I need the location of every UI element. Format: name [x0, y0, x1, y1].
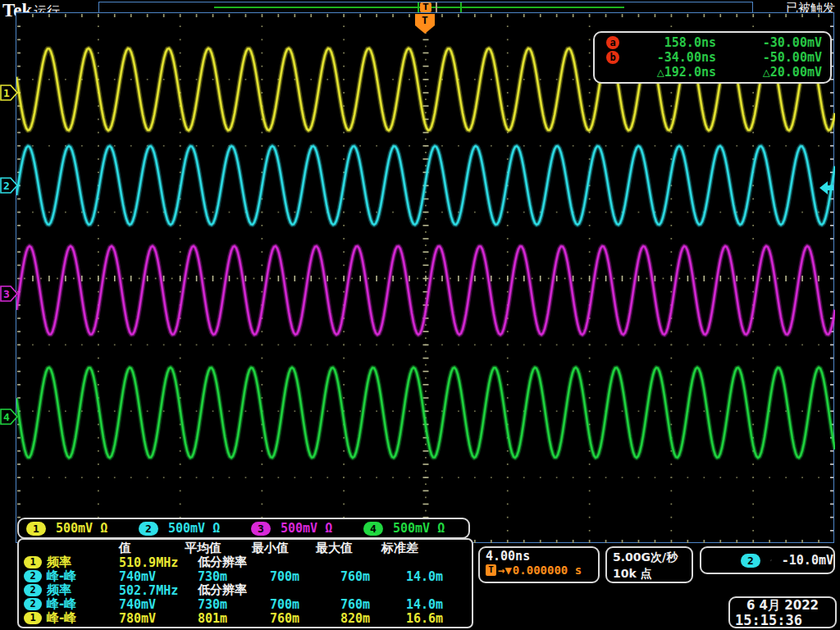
cursor-b-row: b -34.00ns -50.00mV [606, 50, 822, 65]
trigger-position-arrows-icon: →▼ [498, 564, 512, 577]
measurement-max: 820m [340, 611, 406, 626]
channel-1-scale-button[interactable]: 1500mV Ω [19, 521, 131, 536]
measurement-label: 1峰-峰 [19, 610, 119, 626]
measurement-value: 780mV [119, 611, 198, 626]
cursor-b-voltage: -50.00mV [716, 50, 822, 65]
measurement-table: 值平均值最小值最大值标准差1频率510.9MHz低分辨率2峰-峰740mV730… [17, 538, 473, 628]
trigger-position-value: 0.000000 s [513, 564, 582, 577]
svg-text:T: T [422, 14, 428, 26]
timebase-panel[interactable]: 4.00ns T →▼ 0.000000 s [478, 546, 600, 583]
left-arrow-icon [819, 181, 834, 194]
cursor-b-badge: b [606, 51, 619, 64]
channel-3-badge: 3 [251, 522, 271, 536]
cursor-a-time: 158.0ns [619, 35, 716, 50]
date-value: 6 4月 2022 [735, 598, 830, 613]
measurement-std: 14.0m [406, 569, 472, 584]
record-length-line [214, 7, 624, 8]
channel-1-badge: 1 [26, 522, 46, 536]
trigger-t-badge: T [486, 564, 496, 576]
measurement-min: 700m [270, 569, 340, 584]
overview-trigger-icon[interactable]: T [420, 2, 431, 12]
trace-CH3-glow [16, 246, 835, 335]
measurement-header: 标准差 [381, 541, 472, 556]
cursor-delta-row: △192.0ns △20.00mV [606, 65, 822, 80]
trigger-position-marker[interactable]: T [414, 13, 436, 34]
channel-4-scale-button[interactable]: 4500mV Ω [356, 521, 468, 536]
channel-4-badge: 4 [363, 522, 383, 536]
measurement-row: 2峰-峰740mV730m700m760m14.0m [19, 596, 472, 610]
measurement-mean: 801m [198, 611, 270, 626]
channel-1-badge: 1 [24, 612, 42, 624]
measurement-std: 16.6m [406, 611, 472, 626]
overview-marker-line [460, 2, 462, 12]
channel-1-scale-value: 500mV Ω [56, 521, 107, 536]
measurement-max: 760m [340, 569, 406, 584]
channel-3-scale-value: 500mV Ω [281, 521, 332, 536]
channel-2-badge: 2 [139, 522, 158, 536]
datetime-panel: 6 4月 2022 15:15:36 [728, 596, 837, 628]
channel-2-badge: 2 [24, 584, 42, 596]
sample-rate-value: 5.00G次/秒 [613, 549, 686, 565]
channel-2-scale-button[interactable]: 2500mV Ω [131, 521, 244, 536]
waveform-display-area [16, 12, 834, 543]
channel-2-badge: 2 [24, 570, 42, 582]
measurement-mean: 低分辨率 [198, 582, 270, 598]
cursor-a-badge: a [606, 36, 619, 49]
svg-text:2: 2 [3, 180, 10, 192]
oscilloscope-screen: Tek 运行 T 已被触发 T 1 2 3 4 a 158.0ns -30.0 [0, 0, 840, 630]
channel-4-scale-value: 500mV Ω [393, 521, 445, 536]
cursor-a-voltage: -30.00mV [716, 35, 822, 50]
measurement-value: 502.7MHz [119, 583, 198, 598]
cursor-delta-voltage: △20.00mV [716, 65, 822, 80]
channel-2-scale-value: 500mV Ω [168, 521, 220, 536]
measurement-min: 760m [270, 611, 340, 626]
measurement-row: 2频率502.7MHz低分辨率 [19, 582, 472, 596]
rising-edge-icon [770, 553, 772, 568]
measurement-row: 1峰-峰780mV801m760m820m16.6m [19, 610, 472, 624]
measurement-std: 14.0m [406, 597, 472, 612]
time-value: 15:15:36 [735, 613, 830, 628]
channel-scale-bar: 1500mV Ω2500mV Ω3500mV Ω4500mV Ω [17, 518, 470, 539]
measurement-mean: 730m [198, 597, 270, 612]
measurement-header-row: 值平均值最小值最大值标准差 [19, 541, 472, 555]
measurement-name: 峰-峰 [47, 610, 76, 626]
acquisition-panel[interactable]: 5.00G次/秒 10k 点 [605, 546, 693, 583]
record-length-value: 10k 点 [613, 565, 686, 582]
cursor-a-row: a 158.0ns -30.00mV [606, 35, 822, 50]
overview-window-bracket [436, 2, 437, 12]
svg-text:1: 1 [3, 87, 10, 99]
measurement-row: 1频率510.9MHz低分辨率 [19, 555, 472, 568]
measurement-mean: 低分辨率 [198, 555, 270, 570]
trigger-panel[interactable]: 2 -10.0mV [700, 546, 835, 574]
channel-3-marker[interactable]: 3 [0, 285, 18, 302]
cursor-b-time: -34.00ns [619, 50, 716, 65]
trigger-flag-icon: T [414, 13, 436, 34]
channel-2-badge: 2 [24, 598, 42, 610]
measurement-header: 值 [119, 541, 185, 556]
measurement-header: 最大值 [316, 541, 381, 556]
channel-2-marker[interactable]: 2 [0, 177, 18, 194]
trigger-position-row: T →▼ 0.000000 s [486, 564, 592, 577]
measurement-value: 740mV [119, 597, 198, 612]
trigger-level-value: -10.0mV [782, 553, 833, 568]
measurement-min: 700m [270, 597, 340, 612]
waveform-traces [16, 13, 835, 544]
measurement-mean: 730m [198, 569, 270, 584]
channel-1-badge: 1 [24, 556, 42, 568]
measurement-value: 510.9MHz [119, 555, 198, 570]
svg-text:4: 4 [3, 411, 10, 423]
svg-text:3: 3 [3, 288, 10, 300]
measurement-row: 2峰-峰740mV730m700m760m14.0m [19, 568, 472, 582]
acquisition-overview-bar: T [98, 2, 753, 13]
timebase-scale: 4.00ns [486, 549, 592, 564]
cursor-delta-time: △192.0ns [619, 65, 716, 80]
measurement-value: 740mV [119, 569, 198, 584]
channel-3-scale-button[interactable]: 3500mV Ω [244, 521, 356, 536]
cursor-delta-spacer [606, 66, 619, 79]
measurement-max: 760m [340, 597, 406, 612]
overview-marker-line [418, 2, 419, 12]
channel-4-marker[interactable]: 4 [0, 409, 18, 425]
trigger-source-badge: 2 [741, 554, 760, 568]
trigger-level-arrow[interactable] [819, 181, 834, 194]
channel-1-marker[interactable]: 1 [0, 84, 18, 101]
